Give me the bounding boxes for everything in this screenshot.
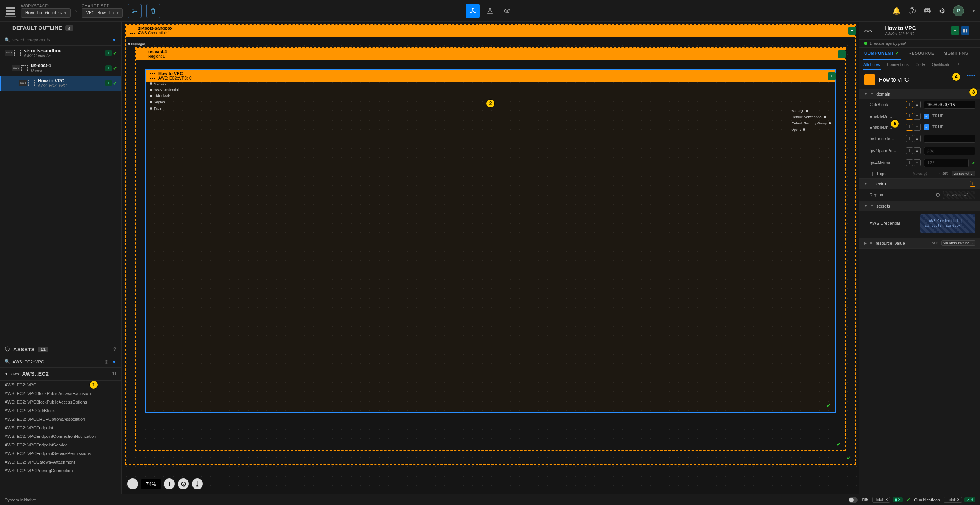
assets-search-input[interactable]: [12, 359, 102, 364]
secret-card[interactable]: — AWS Credential | si-tools- sandbox: [920, 214, 976, 233]
asset-item[interactable]: AWS::EC2::VPC1: [0, 381, 121, 389]
subtab-attributes[interactable]: Attributes: [863, 60, 881, 70]
subtab-code[interactable]: Code: [915, 60, 926, 70]
outline-item-region[interactable]: aws us-east-1 Region +✔: [0, 60, 121, 75]
cidr-input[interactable]: 10.0.0.0/16: [924, 101, 975, 109]
outline-search-input[interactable]: [12, 37, 109, 42]
hexagon-icon: [5, 346, 10, 353]
merge-button[interactable]: [128, 4, 142, 18]
zoom-fit-button[interactable]: ⊙: [178, 478, 189, 489]
outline-item-vpc[interactable]: aws How to VPC AWS::EC2::VPC +✔: [0, 76, 121, 91]
app-logo[interactable]: [5, 5, 16, 17]
collapse-icon[interactable]: [5, 27, 9, 29]
workspace-selector[interactable]: How-to Guides ▼: [21, 8, 71, 18]
svg-point-2: [470, 12, 472, 13]
asset-group[interactable]: ▼ aws AWS::EC2 11: [0, 368, 121, 381]
asset-item[interactable]: AWS::EC2::VPCEndpointConnectionNotificat…: [0, 432, 121, 441]
svg-point-0: [132, 12, 134, 13]
attr-tags: [ ] Tags (empty) ○ set: via socket ⌄: [859, 169, 980, 178]
add-icon: +: [105, 50, 112, 56]
help-icon[interactable]: ?: [113, 346, 117, 352]
callout-3: 3: [969, 88, 978, 96]
tab-component[interactable]: COMPONENT✔: [863, 48, 901, 60]
section-header[interactable]: ▼ ≡ secrets: [859, 201, 980, 211]
delete-button[interactable]: [146, 4, 160, 18]
more-icon[interactable]: ⋮: [971, 26, 975, 35]
asset-item[interactable]: AWS::EC2::VPCBlockPublicAccessExclusion: [0, 389, 121, 398]
check-icon: ✔: [847, 455, 851, 461]
checkbox[interactable]: ✓: [924, 124, 929, 130]
frame-region[interactable]: us-east-1 Region: 1 + How to VPC: [135, 47, 846, 451]
subtab-connections[interactable]: Connections: [886, 60, 909, 70]
zoom-in-button[interactable]: +: [164, 478, 175, 489]
asset-item[interactable]: AWS::EC2::VPCEndpointService: [0, 441, 121, 449]
outline-item-sandbox[interactable]: aws si-tools-sandbox AWS Credential +✔: [0, 46, 121, 60]
component-name-input[interactable]: [879, 76, 963, 83]
breadcrumb-separator: ›: [75, 8, 77, 14]
section-header[interactable]: ▼ ≡ extra i: [859, 179, 980, 189]
set-dropdown[interactable]: via attribute func ⌄: [941, 240, 975, 246]
diff-toggle[interactable]: [849, 497, 858, 503]
chevron-down-icon[interactable]: ▼: [972, 9, 975, 13]
bell-icon[interactable]: 🔔: [892, 7, 901, 15]
outline-count: 3: [65, 25, 73, 31]
zoom-out-button[interactable]: −: [127, 478, 138, 489]
tenancy-input[interactable]: [924, 135, 975, 143]
nav-lab-button[interactable]: [483, 4, 497, 18]
asset-item[interactable]: AWS::EC2::VPCGatewayAttachment: [0, 458, 121, 466]
asset-item[interactable]: AWS::EC2::VPCEndpoint: [0, 423, 121, 432]
asset-item[interactable]: AWS::EC2::VPCBlockPublicAccessOptions: [0, 398, 121, 406]
canvas[interactable]: si-tools-sandbox AWS Credential: 1 + Man…: [122, 22, 859, 494]
filter-icon[interactable]: ▼: [111, 359, 117, 365]
status-bar: System Initiative Diff Total: 3 ▮ 3 ✔ Qu…: [0, 494, 980, 505]
check-icon: ✔: [113, 50, 117, 56]
layout-icon[interactable]: [967, 75, 975, 84]
section-header[interactable]: ▶ ≡ resource_value set: via attribute fu…: [859, 238, 980, 248]
tab-mgmt[interactable]: MGMT FNS: [942, 48, 970, 60]
ports-right: Manage Default Network Acl Default Secur…: [792, 109, 831, 132]
clear-icon[interactable]: ⊗: [104, 359, 109, 365]
filter-icon[interactable]: ▼: [111, 37, 117, 43]
asset-item[interactable]: AWS::EC2::VPCPeeringConnection: [0, 466, 121, 475]
nav-model-button[interactable]: [466, 4, 480, 18]
brand-label: System Initiative: [5, 498, 36, 502]
asset-item[interactable]: AWS::EC2::VPCEndpointServicePermissions: [0, 449, 121, 458]
add-button[interactable]: +: [951, 26, 959, 35]
download-button[interactable]: ⭳: [192, 478, 203, 489]
help-icon[interactable]: ?: [909, 7, 916, 14]
add-button[interactable]: +: [848, 27, 856, 35]
panel-button[interactable]: ▮▮: [961, 26, 969, 35]
changeset-selector[interactable]: VPC How-to ▼: [82, 8, 123, 18]
frame-vpc[interactable]: How to VPC AWS::EC2::VPC: 0 + Manager AW…: [145, 69, 836, 413]
discord-icon[interactable]: [923, 7, 931, 14]
frame-icon: [130, 28, 135, 34]
tab-resource[interactable]: RESOURCE: [907, 48, 936, 60]
asset-item[interactable]: AWS::EC2::VPCCidrBlock: [0, 406, 121, 415]
avatar[interactable]: P: [953, 5, 964, 16]
check-icon: ✔: [836, 441, 841, 447]
subtab-qualifications[interactable]: Qualificati: [931, 60, 950, 70]
add-button[interactable]: +: [828, 72, 836, 80]
frame-sandbox[interactable]: si-tools-sandbox AWS Credential: 1 + Man…: [125, 24, 856, 465]
section-header[interactable]: ▼ ≡ domain: [859, 89, 980, 99]
set-dropdown[interactable]: via socket ⌄: [952, 171, 975, 176]
color-swatch[interactable]: [864, 74, 875, 85]
asset-item[interactable]: AWS::EC2::VPCDHCPOptionsAssociation: [0, 415, 121, 423]
more-icon[interactable]: ⋮: [955, 60, 961, 70]
add-button[interactable]: +: [838, 50, 846, 58]
add-icon: +: [105, 65, 112, 71]
info-icon: i: [970, 181, 975, 187]
chevron-down-icon: ▼: [117, 11, 119, 15]
tabs: COMPONENT✔ RESOURCE MGMT FNS: [859, 48, 980, 60]
nav-view-button[interactable]: [500, 4, 514, 18]
ipam-input[interactable]: abc: [924, 147, 975, 155]
svg-point-5: [926, 10, 927, 11]
checkbox[interactable]: ✓: [924, 114, 929, 119]
section-resource-value: ▶ ≡ resource_value set: via attribute fu…: [859, 238, 980, 249]
asset-list: AWS::EC2::VPC1 AWS::EC2::VPCBlockPublicA…: [0, 381, 121, 475]
netmask-input[interactable]: 123: [924, 159, 969, 167]
gear-icon[interactable]: ⚙: [939, 7, 945, 15]
diff-total: Total: 3: [872, 497, 890, 503]
attr-ipam: Ipv4IpamPo... I≡ abc: [859, 145, 980, 157]
qual-pass: ✔ 3: [964, 497, 975, 502]
